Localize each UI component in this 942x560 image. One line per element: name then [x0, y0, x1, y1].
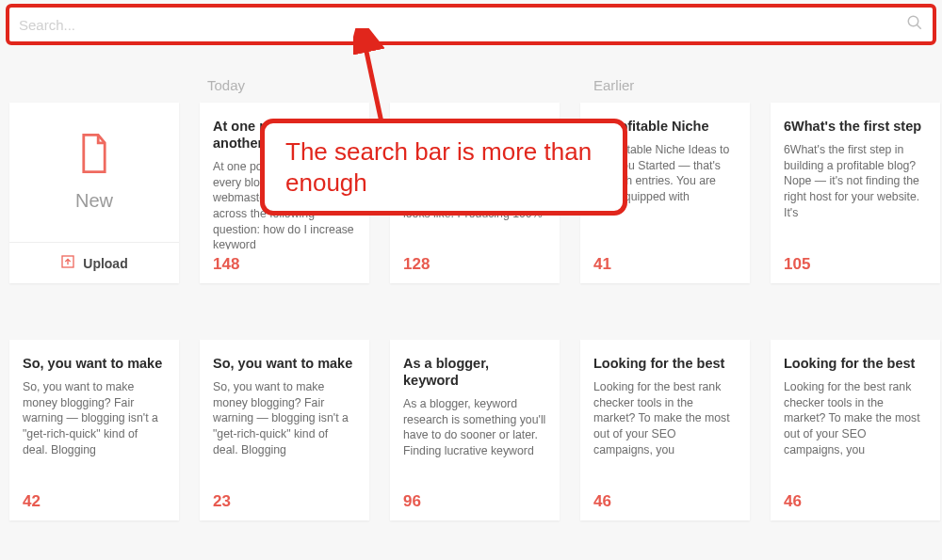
card-count: 46	[784, 487, 927, 511]
card-title: Looking for the best	[784, 355, 927, 372]
search-input[interactable]	[19, 17, 906, 33]
card-body: Looking for the best rank checker tools …	[593, 379, 737, 487]
document-card[interactable]: Looking for the best Looking for the bes…	[771, 340, 940, 520]
card-count: 96	[403, 487, 546, 511]
annotation-callout: The search bar is more than enough	[260, 119, 627, 216]
upload-icon	[60, 254, 75, 273]
document-card[interactable]: 6What's the first step 6What's the first…	[771, 103, 940, 283]
card-count: 42	[23, 487, 166, 511]
document-card[interactable]: Looking for the best Looking for the bes…	[580, 340, 750, 520]
document-icon	[78, 134, 110, 177]
new-label: New	[75, 190, 113, 212]
card-body: 6What's the first step in building a pro…	[784, 142, 927, 249]
new-document-card[interactable]: New Upload	[9, 103, 179, 283]
card-title: So, you want to make	[213, 355, 356, 372]
search-icon[interactable]	[906, 14, 923, 35]
annotation-text: The search bar is more than enough	[285, 136, 602, 198]
card-count: 46	[593, 487, 737, 511]
svg-point-0	[908, 16, 918, 26]
svg-line-1	[917, 24, 921, 29]
upload-label: Upload	[83, 256, 127, 271]
card-title: As a blogger, keyword	[403, 355, 546, 389]
card-count: 23	[213, 487, 356, 511]
search-bar[interactable]	[6, 4, 936, 45]
document-card[interactable]: As a blogger, keyword As a blogger, keyw…	[390, 340, 560, 520]
card-count: 105	[784, 249, 927, 274]
document-card[interactable]: So, you want to make So, you want to mak…	[9, 340, 179, 520]
card-body: As a blogger, keyword research is someth…	[403, 396, 546, 487]
card-count: 148	[213, 249, 356, 274]
card-count: 128	[403, 249, 546, 274]
new-button[interactable]: New	[9, 103, 179, 242]
card-body: Looking for the best rank checker tools …	[784, 379, 927, 487]
upload-button[interactable]: Upload	[9, 242, 179, 283]
card-title: Looking for the best	[593, 355, 737, 372]
card-body: So, you want to make money blogging? Fai…	[23, 379, 166, 487]
card-title: So, you want to make	[23, 355, 166, 372]
section-headers: Today Earlier	[0, 45, 942, 103]
section-today-label: Today	[207, 77, 593, 93]
card-title: 6What's the first step	[784, 118, 927, 135]
section-earlier-label: Earlier	[593, 77, 634, 93]
card-count: 41	[593, 249, 737, 274]
document-card[interactable]: So, you want to make So, you want to mak…	[200, 340, 369, 520]
card-body: So, you want to make money blogging? Fai…	[213, 379, 356, 487]
